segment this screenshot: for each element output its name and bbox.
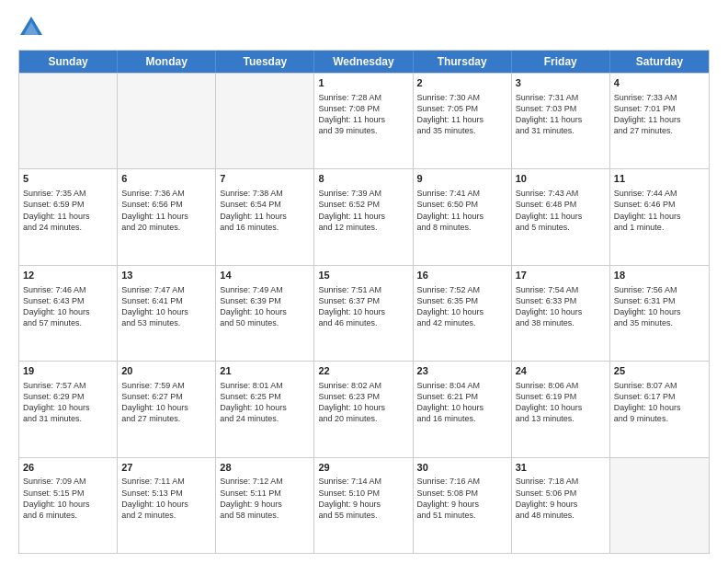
cal-cell: [19, 74, 118, 168]
day-info-line: and 24 minutes.: [23, 222, 113, 233]
day-info-line: Sunrise: 8:04 AM: [417, 380, 507, 391]
day-info-line: Sunset: 6:21 PM: [417, 391, 507, 402]
day-info-line: and 55 minutes.: [318, 510, 408, 521]
day-info-line: Sunrise: 7:38 AM: [220, 188, 310, 199]
day-number: 11: [614, 172, 705, 186]
day-info-line: and 16 minutes.: [417, 413, 507, 424]
day-info-line: Sunrise: 7:36 AM: [121, 188, 211, 199]
day-info-line: and 20 minutes.: [121, 222, 211, 233]
day-number: 9: [417, 172, 507, 186]
day-info-line: Sunset: 5:11 PM: [220, 488, 310, 499]
day-info-line: Sunset: 6:46 PM: [614, 199, 705, 210]
day-number: 20: [121, 364, 211, 378]
day-number: 30: [417, 461, 507, 475]
day-number: 13: [121, 269, 211, 282]
day-info-line: Daylight: 10 hours: [220, 306, 310, 317]
day-info-line: Daylight: 11 hours: [614, 114, 705, 125]
day-info-line: Daylight: 9 hours: [220, 499, 310, 510]
day-info-line: Sunrise: 7:39 AM: [318, 188, 408, 199]
day-info-line: Sunset: 6:25 PM: [220, 391, 310, 402]
day-info-line: Sunset: 6:19 PM: [516, 391, 606, 402]
day-header-monday: Monday: [118, 51, 216, 73]
day-number: 25: [614, 364, 705, 378]
day-info-line: Daylight: 10 hours: [121, 402, 211, 413]
day-number: 29: [318, 461, 408, 475]
day-number: 2: [417, 76, 507, 90]
day-info-line: and 58 minutes.: [220, 510, 310, 521]
day-info-line: Daylight: 10 hours: [516, 306, 606, 317]
day-info-line: Sunrise: 7:43 AM: [516, 188, 606, 199]
day-info-line: Sunset: 6:35 PM: [417, 295, 507, 306]
day-info-line: and 9 minutes.: [614, 413, 705, 424]
day-info-line: and 46 minutes.: [318, 317, 408, 328]
day-header-saturday: Saturday: [610, 51, 709, 73]
cal-cell: 13Sunrise: 7:47 AMSunset: 6:41 PMDayligh…: [118, 266, 216, 361]
day-number: 21: [220, 364, 310, 378]
day-info-line: Sunset: 6:31 PM: [614, 295, 705, 306]
day-info-line: Sunset: 6:48 PM: [516, 199, 606, 210]
cal-cell: 18Sunrise: 7:56 AMSunset: 6:31 PMDayligh…: [610, 266, 709, 361]
day-info-line: Sunrise: 7:35 AM: [23, 188, 113, 199]
day-info-line: Daylight: 10 hours: [614, 306, 705, 317]
calendar-row-1: 5Sunrise: 7:35 AMSunset: 6:59 PMDaylight…: [19, 168, 709, 264]
calendar-row-2: 12Sunrise: 7:46 AMSunset: 6:43 PMDayligh…: [19, 265, 709, 361]
cal-cell: [118, 74, 216, 168]
day-number: 27: [121, 461, 211, 475]
day-info-line: Sunset: 6:41 PM: [121, 295, 211, 306]
day-info-line: Daylight: 11 hours: [318, 211, 408, 222]
day-number: 12: [23, 269, 113, 282]
cal-cell: 23Sunrise: 8:04 AMSunset: 6:21 PMDayligh…: [414, 362, 512, 456]
day-info-line: Sunrise: 7:09 AM: [23, 476, 113, 487]
cal-cell: 20Sunrise: 7:59 AMSunset: 6:27 PMDayligh…: [118, 362, 216, 456]
day-info-line: Daylight: 11 hours: [614, 211, 705, 222]
day-info-line: Sunset: 6:39 PM: [220, 295, 310, 306]
day-info-line: Sunset: 5:10 PM: [318, 488, 408, 499]
day-number: 17: [516, 269, 606, 282]
day-info-line: Daylight: 10 hours: [121, 499, 211, 510]
day-info-line: Sunset: 5:13 PM: [121, 488, 211, 499]
day-info-line: Sunset: 6:59 PM: [23, 199, 113, 210]
day-info-line: and 13 minutes.: [516, 413, 606, 424]
day-info-line: and 1 minute.: [614, 222, 705, 233]
day-info-line: Sunset: 7:05 PM: [417, 103, 507, 114]
day-info-line: Sunrise: 7:54 AM: [516, 284, 606, 295]
day-info-line: Sunset: 5:15 PM: [23, 488, 113, 499]
page: SundayMondayTuesdayWednesdayThursdayFrid…: [0, 0, 728, 563]
day-info-line: and 42 minutes.: [417, 317, 507, 328]
day-header-thursday: Thursday: [414, 51, 512, 73]
day-info-line: Daylight: 10 hours: [417, 306, 507, 317]
day-info-line: Daylight: 10 hours: [121, 306, 211, 317]
cal-cell: 11Sunrise: 7:44 AMSunset: 6:46 PMDayligh…: [610, 169, 709, 264]
cal-cell: 14Sunrise: 7:49 AMSunset: 6:39 PMDayligh…: [216, 266, 314, 361]
day-info-line: Sunset: 6:52 PM: [318, 199, 408, 210]
day-info-line: and 48 minutes.: [516, 510, 606, 521]
day-info-line: Sunrise: 7:49 AM: [220, 284, 310, 295]
day-number: 15: [318, 269, 408, 282]
day-info-line: Sunset: 6:29 PM: [23, 391, 113, 402]
day-info-line: Sunset: 5:06 PM: [516, 488, 606, 499]
day-info-line: Sunrise: 7:30 AM: [417, 92, 507, 103]
day-info-line: and 5 minutes.: [516, 222, 606, 233]
cal-cell: 2Sunrise: 7:30 AMSunset: 7:05 PMDaylight…: [414, 74, 512, 168]
day-number: 23: [417, 364, 507, 378]
day-info-line: Sunrise: 7:11 AM: [121, 476, 211, 487]
day-info-line: and 51 minutes.: [417, 510, 507, 521]
day-number: 7: [220, 172, 310, 186]
day-info-line: Sunrise: 7:14 AM: [318, 476, 408, 487]
day-number: 31: [516, 461, 606, 475]
cal-cell: 16Sunrise: 7:52 AMSunset: 6:35 PMDayligh…: [414, 266, 512, 361]
cal-cell: 15Sunrise: 7:51 AMSunset: 6:37 PMDayligh…: [314, 266, 413, 361]
cal-cell: 24Sunrise: 8:06 AMSunset: 6:19 PMDayligh…: [512, 362, 610, 456]
cal-cell: 7Sunrise: 7:38 AMSunset: 6:54 PMDaylight…: [216, 169, 314, 264]
day-header-wednesday: Wednesday: [314, 51, 413, 73]
day-info-line: and 31 minutes.: [516, 125, 606, 136]
day-number: 18: [614, 269, 705, 282]
day-info-line: Sunset: 7:01 PM: [614, 103, 705, 114]
cal-cell: 3Sunrise: 7:31 AMSunset: 7:03 PMDaylight…: [512, 74, 610, 168]
calendar-body: 1Sunrise: 7:28 AMSunset: 7:08 PMDaylight…: [19, 73, 709, 553]
day-info-line: and 27 minutes.: [614, 125, 705, 136]
day-info-line: Sunset: 6:54 PM: [220, 199, 310, 210]
cal-cell: 30Sunrise: 7:16 AMSunset: 5:08 PMDayligh…: [414, 458, 512, 553]
day-number: 28: [220, 461, 310, 475]
day-info-line: Sunrise: 7:47 AM: [121, 284, 211, 295]
